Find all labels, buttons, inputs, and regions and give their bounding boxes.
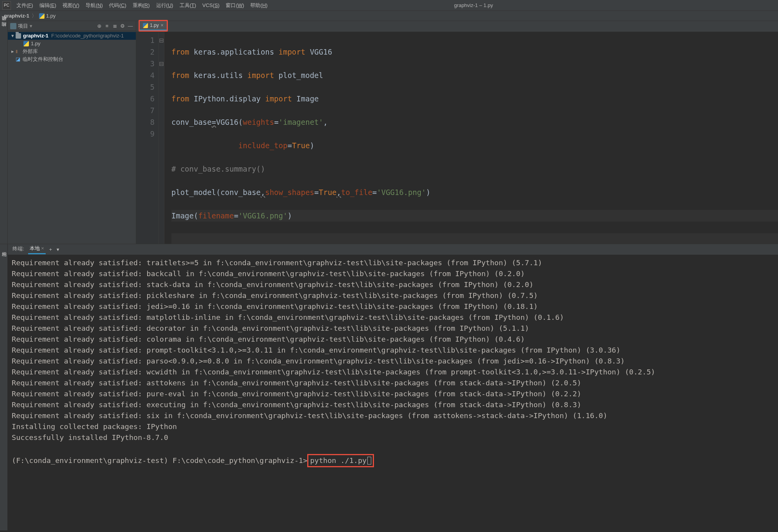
breadcrumb-sep: 〉 [32,12,37,20]
file-tab-label: 1.py [150,23,159,28]
chevron-down-icon[interactable]: ▾ [55,246,61,252]
tool-strip-project-label[interactable]: 项目 [0,21,8,27]
right-side-strip: 结构 [0,244,8,530]
chevron-right-icon[interactable]: ▸ [9,48,16,55]
menu-item[interactable]: 窗口(W) [223,0,247,11]
code-content[interactable]: from keras.applications import VGG16 fro… [164,32,778,244]
editor-area: 1.py × 123456789 ⊟ ⊟ from keras.applicat… [136,21,778,244]
close-tab-icon[interactable]: × [161,23,164,28]
breadcrumb: graphviz-1 〉 1.py [0,11,778,21]
terminal-prompt-prefix: (F:\conda_environment\graphviz-test) F:\… [12,456,307,465]
menu-item[interactable]: 重构(R) [130,0,153,11]
scratches-label: 临时文件和控制台 [23,55,63,63]
collapse-all-icon[interactable]: ≣ [112,23,118,29]
sidebar-toolbar-label[interactable]: 项目 [18,23,28,30]
terminal-label: 终端: [11,245,26,254]
terminal-command[interactable]: python ./1.py [310,456,367,465]
python-file-icon [39,13,45,19]
menu-item[interactable]: 运行(U) [153,0,176,11]
menu-item[interactable]: 编辑(E) [36,0,59,11]
window-title: graphviz-1 – 1.py [271,2,677,8]
code-editor[interactable]: 123456789 ⊟ ⊟ from keras.applications im… [136,32,778,244]
active-tab-highlight: 1.py × [139,20,168,32]
close-icon[interactable]: × [41,245,44,251]
library-icon: ⫴ [16,48,21,55]
scratches-icon: ◪ [16,55,21,63]
project-sidebar: 项目 ▾ ⊕ ≡ ≣ ⚙ — ▾ graphviz-1 F:\code\code… [8,21,136,244]
chevron-down-icon[interactable]: ▾ [9,32,16,40]
terminal-cursor [367,457,371,465]
file-label: 1.py [31,40,41,48]
terminal-panel: 结构 终端: 本地 × + ▾ Requirement already sati… [0,244,778,530]
expand-all-icon[interactable]: ≡ [104,23,110,29]
line-number-gutter: 123456789 [136,32,159,244]
menu-item[interactable]: 帮助(H) [247,0,271,11]
fold-column: ⊟ ⊟ [159,32,164,244]
side-strip-struct-label[interactable]: 结构 [0,244,8,252]
menu-item[interactable]: 代码(C) [106,0,129,11]
tool-strip-structure-label[interactable]: 结构 [0,27,8,34]
settings-gear-icon[interactable]: ⚙ [119,23,126,29]
project-selector-icon [10,23,16,29]
editor-tab-bar: 1.py × [136,21,778,32]
fold-toggle-icon[interactable]: ⊟ [159,58,164,69]
line-number: 5 [136,81,155,93]
terminal-command-highlight: python ./1.py [307,454,374,467]
external-libs-label: 外部库 [23,48,38,55]
project-root-row[interactable]: ▾ graphviz-1 F:\code\code_python\graphvi… [8,32,136,40]
line-number: 7 [136,105,155,116]
terminal-output[interactable]: Requirement already satisfied: traitlets… [8,255,778,530]
line-number: 4 [136,69,155,81]
line-number: 9 [136,128,155,140]
scratches-row[interactable]: ◪ 临时文件和控制台 [8,55,136,63]
new-session-icon[interactable]: + [48,246,53,252]
app-logo-icon: PC [2,1,11,10]
line-number: 1 [136,34,155,46]
project-tree: ▾ graphviz-1 F:\code\code_python\graphvi… [8,31,136,244]
line-number: 2 [136,46,155,58]
locate-icon[interactable]: ⊕ [96,23,102,29]
line-number: 3 [136,58,155,69]
external-libs-row[interactable]: ▸ ⫴ 外部库 [8,48,136,55]
line-number: 8 [136,116,155,128]
terminal-local-tab[interactable]: 本地 × [28,245,46,254]
folder-icon [16,33,21,39]
hide-icon[interactable]: — [127,23,134,29]
menu-item[interactable]: VCS(S) [199,0,223,11]
python-file-icon [23,41,29,46]
menu-item[interactable]: 工具(T) [176,0,199,11]
menu-item[interactable]: 导航(N) [82,0,106,11]
project-file-row[interactable]: 1.py [8,40,136,48]
line-number: 6 [136,93,155,105]
terminal-tab-bar: 终端: 本地 × + ▾ [8,244,778,255]
left-tool-strip: 项目 结构 [0,21,8,244]
breadcrumb-file[interactable]: 1.py [46,13,56,19]
fold-toggle-icon[interactable]: ⊟ [159,34,164,46]
project-name: graphviz-1 [23,32,48,40]
menubar: PC 文件(F)编辑(E)视图(V)导航(N)代码(C)重构(R)运行(U)工具… [0,0,778,11]
project-path: F:\code\code_python\graphviz-1 [51,32,124,40]
file-tab[interactable]: 1.py × [140,21,167,30]
menu-item[interactable]: 文件(F) [13,0,36,11]
menu-item[interactable]: 视图(V) [59,0,82,11]
breadcrumb-root[interactable]: graphviz-1 [4,13,29,19]
python-file-icon [143,23,148,28]
sidebar-toolbar: 项目 ▾ ⊕ ≡ ≣ ⚙ — [8,21,136,31]
